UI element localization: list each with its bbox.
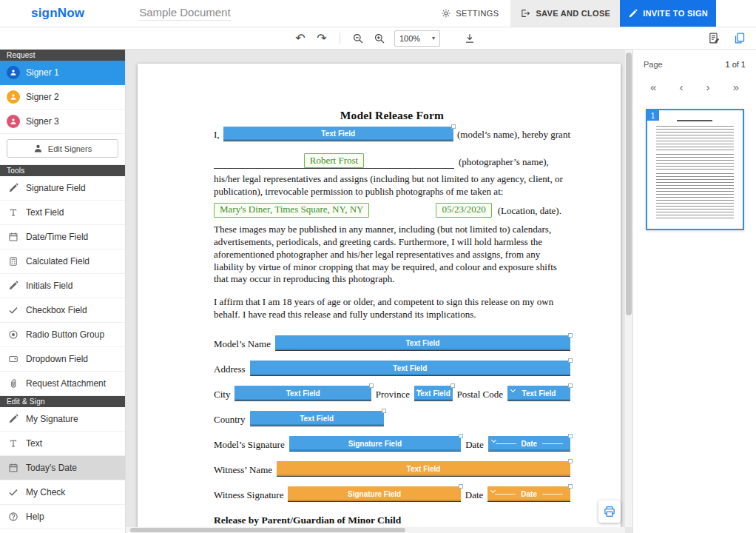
signer1-avatar [7,66,20,79]
print-button[interactable] [598,500,621,523]
resize-handle[interactable] [459,484,463,489]
sidebar-item-signer-3[interactable]: Signer 3 [0,110,125,134]
calendar-icon [8,232,18,242]
resize-handle[interactable] [459,434,463,438]
zoom-out-button[interactable] [348,30,368,47]
photographer-name-filled-field[interactable]: Robert Frost [304,153,364,168]
document-title[interactable]: Sample Document [139,6,230,21]
resize-handle[interactable] [450,383,455,388]
witness-date-field[interactable]: Date [487,486,570,501]
page-thumbnail[interactable]: 1 [646,109,744,230]
sidebar-item-request-attachment[interactable]: Request Attachment [0,372,125,396]
witness-name-text-field[interactable]: Text Field [277,461,570,476]
resize-handle[interactable] [568,333,573,338]
editor-toolbar: ↶ ↷ 100% ▾ [0,27,756,50]
sidebar-item-todays-date[interactable]: Today's Date [0,456,125,480]
sidebar-item-date-time-field[interactable]: Date/Time Field [0,225,125,249]
sidebar-item-radio-button-group[interactable]: Radio Button Group [0,323,125,347]
toolbar-divider [340,33,340,44]
sidebar-item-my-signature[interactable]: My Signature [0,407,125,432]
signer2-avatar [7,90,20,104]
resize-handle[interactable] [568,484,573,489]
city-province-postal-row: City Text Field Province Text Field Post… [214,376,570,401]
resize-handle[interactable] [568,434,573,438]
signer3-label: Signer 3 [26,116,59,127]
resize-handle[interactable] [568,358,573,363]
models-date-field[interactable]: Date [488,436,570,451]
postal-code-text-field[interactable]: Text Field [507,386,570,400]
zoom-level-select[interactable]: 100% ▾ [394,30,440,47]
paperclip-icon [8,378,18,389]
photographer-field-slot: Robert Frost [214,153,454,169]
sidebar-item-calculated-field[interactable]: Calculated Field [0,249,125,274]
sidebar-item-signer-1[interactable]: Signer 1 [0,61,125,85]
date-filled-field[interactable]: 05/23/2020 [436,203,491,218]
pages-panel-toggle-button[interactable] [729,30,749,47]
zoom-out-icon [352,33,364,44]
calculator-icon [8,256,18,266]
invite-to-sign-button[interactable]: INVITE TO SIGN [620,0,716,27]
intro-line: I, Text Field (model’s name), hereby gra… [214,127,570,141]
sidebar-item-text[interactable]: Text [0,432,125,456]
models-signature-field[interactable]: Signature Field [289,436,461,451]
country-text-field[interactable]: Text Field [250,411,384,426]
sidebar-item-checkbox-field[interactable]: Checkbox Field [0,298,125,323]
sidebar-item-my-check[interactable]: My Check [0,480,125,505]
settings-button[interactable]: SETTINGS [429,0,510,27]
thumbnail-content [656,118,734,223]
model-name-field-slot: Text Field [223,127,453,141]
models-name-text-field[interactable]: Text Field [275,335,570,350]
resize-handle[interactable] [369,383,374,388]
resize-handle[interactable] [451,124,456,129]
resize-handle[interactable] [568,383,573,388]
sidebar-item-help[interactable]: Help [0,505,125,529]
vertical-scrollbar[interactable] [625,50,632,527]
sidebar-item-initials-field[interactable]: Initials Field [0,274,125,298]
photographer-suffix: (photographer’s name), [459,156,549,169]
location-filled-field[interactable]: Mary's Diner, Times Square, NY, NY [214,203,369,218]
signer3-avatar [7,115,20,128]
document-canvas: Model Release Form I, Text Field (model’… [126,50,632,533]
horizontal-scrollbar-thumb[interactable] [130,528,405,532]
page-navigation: « ‹ › » [644,80,746,94]
save-and-close-label: SAVE AND CLOSE [536,9,610,18]
edit-signers-button[interactable]: Edit Signers [7,139,118,158]
witness-signature-field[interactable]: Signature Field [288,486,460,501]
page-label: Page [644,60,663,69]
radio-icon [8,329,18,340]
undo-button[interactable]: ↶ [291,30,310,47]
help-icon [8,512,18,522]
first-page-button[interactable]: « [645,80,661,94]
model-name-text-field[interactable]: Text Field [223,127,453,141]
city-text-field[interactable]: Text Field [234,386,371,400]
sidebar-item-dropdown-field[interactable]: Dropdown Field [0,347,125,372]
resize-handle[interactable] [382,409,386,413]
intro-prefix: I, [214,129,220,141]
intro-suffix: (model’s name), hereby grant [457,129,570,141]
province-text-field[interactable]: Text Field [414,386,453,400]
vertical-scrollbar-thumb[interactable] [626,53,632,315]
sidebar-item-signature-field[interactable]: Signature Field [0,176,125,201]
text-icon [8,207,18,218]
redo-button[interactable]: ↷ [312,30,331,47]
location-suffix: (Location, date). [498,205,561,218]
witness-name-label: Witness’ Name [214,464,272,477]
undo-icon: ↶ [295,33,305,44]
pen-icon [628,9,638,19]
previous-page-button[interactable]: ‹ [674,80,688,94]
calendar-icon [8,463,18,473]
witness-signature-label: Witness Signature [214,489,283,502]
sidebar-item-signer-2[interactable]: Signer 2 [0,85,125,110]
next-page-button[interactable]: › [701,80,715,94]
save-and-close-button[interactable]: SAVE AND CLOSE [510,0,620,27]
document-fields-button[interactable] [704,30,723,47]
country-label: Country [214,414,246,426]
horizontal-scrollbar[interactable] [126,527,625,533]
download-button[interactable] [460,30,479,47]
sidebar-item-text-field[interactable]: Text Field [0,201,125,225]
address-text-field[interactable]: Text Field [250,361,570,375]
signer1-label: Signer 1 [26,67,59,78]
last-page-button[interactable]: » [728,80,744,94]
resize-handle[interactable] [568,459,573,463]
zoom-in-button[interactable] [370,30,389,47]
